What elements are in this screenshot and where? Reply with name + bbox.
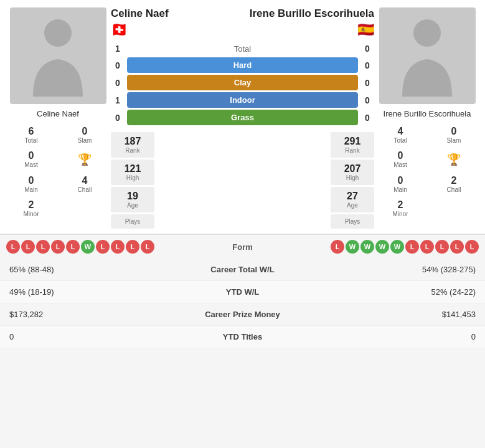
stats-right-value: $141,453: [315, 303, 485, 326]
right-high-box: 207 High: [331, 160, 374, 185]
right-age-lbl: Age: [338, 202, 367, 209]
left-chall-box: 4 Chall: [59, 173, 111, 196]
left-player-header: Celine Naef 🇨🇭: [111, 7, 169, 38]
stats-right-value: 54% (328-275): [315, 259, 485, 281]
left-rank-lbl: Rank: [118, 147, 147, 154]
stats-row: $173,282Career Prize Money$141,453: [0, 303, 485, 326]
left-total-box: 6 Total: [5, 123, 57, 146]
left-player-name: Celine Naef: [37, 109, 79, 118]
right-mast-label: Mast: [375, 161, 425, 168]
stats-center-label: YTD W/L: [170, 281, 316, 303]
stats-right-value: 0: [315, 326, 485, 348]
left-age-lbl: Age: [118, 202, 147, 209]
svg-point-1: [413, 19, 441, 47]
hard-button[interactable]: Hard: [127, 57, 358, 73]
form-badge: L: [21, 240, 35, 254]
right-chall-value: 2: [429, 175, 479, 186]
stats-right-value: 52% (24-22): [315, 281, 485, 303]
form-section: LLLLLWLLLL Form LWWWWLLLLL: [0, 234, 485, 259]
stats-left-value: 65% (88-48): [0, 259, 170, 281]
form-badge: L: [435, 240, 449, 254]
clay-button[interactable]: Clay: [127, 75, 358, 90]
grass-row: 0 Grass 0: [111, 110, 374, 125]
form-badge: L: [111, 240, 125, 254]
right-chall-box: 2 Chall: [428, 173, 480, 196]
left-player-block: Celine Naef 6 Total 0 Slam 0 Mast 🏆: [5, 7, 111, 229]
indoor-button[interactable]: Indoor: [127, 92, 358, 108]
right-hard-score: 0: [360, 60, 374, 70]
total-label: Total: [125, 44, 360, 54]
stats-left-value: 0: [0, 326, 170, 348]
right-info-boxes: 291 Rank 207 High 27 Age Plays: [331, 132, 374, 229]
stats-row: 65% (88-48)Career Total W/L54% (328-275): [0, 259, 485, 281]
svg-point-0: [44, 19, 72, 47]
right-mast-value: 0: [375, 150, 425, 161]
left-chall-label: Chall: [60, 186, 110, 193]
left-trophy-icon: 🏆: [78, 153, 92, 166]
left-indoor-score: 1: [111, 95, 125, 105]
stats-center-label: YTD Titles: [170, 326, 316, 348]
form-badge: L: [6, 240, 20, 254]
indoor-row: 1 Indoor 0: [111, 92, 374, 108]
left-grass-score: 0: [111, 113, 125, 123]
right-rank-val: 291: [338, 136, 367, 147]
left-age-box: 19 Age: [111, 187, 154, 212]
right-high-lbl: High: [338, 174, 367, 181]
left-total-label: Total: [6, 137, 56, 144]
right-player-stats: 4 Total 0 Slam 0 Mast 🏆 0 Main: [374, 123, 480, 220]
left-slam-box: 0 Slam: [59, 123, 111, 146]
left-clay-score: 0: [111, 78, 125, 88]
page-wrapper: Celine Naef 6 Total 0 Slam 0 Mast 🏆: [0, 0, 485, 348]
right-form-badges: LWWWWLLLLL: [331, 240, 479, 254]
left-info-boxes: 187 Rank 121 High 19 Age Plays: [111, 132, 154, 229]
right-total-box: 4 Total: [374, 123, 426, 146]
left-high-box: 121 High: [111, 160, 154, 185]
left-player-avatar: [10, 7, 106, 104]
right-high-val: 207: [338, 163, 367, 174]
form-badge: L: [465, 240, 479, 254]
left-high-val: 121: [118, 163, 147, 174]
left-form-badges: LLLLLWLLLL: [6, 240, 154, 254]
left-mast-box: 0 Mast: [5, 148, 57, 171]
form-label: Form: [232, 242, 253, 252]
form-badge: L: [450, 240, 464, 254]
grass-button[interactable]: Grass: [127, 110, 358, 125]
right-rank-box: 291 Rank: [331, 132, 374, 158]
left-plays-lbl: Plays: [118, 218, 147, 225]
clay-row: 0 Clay 0: [111, 75, 374, 90]
form-badge: L: [36, 240, 50, 254]
right-minor-box: 2 Minor: [374, 197, 426, 220]
right-slam-value: 0: [429, 126, 479, 137]
left-trophy-box: 🏆: [59, 148, 111, 171]
left-total-value: 6: [6, 126, 56, 137]
center-panel: Celine Naef 🇨🇭 Irene Burillo Escorihuela…: [111, 7, 374, 229]
stats-center-label: Career Prize Money: [170, 303, 316, 326]
left-minor-value: 2: [6, 199, 56, 211]
left-slam-label: Slam: [60, 137, 110, 144]
form-badge: L: [405, 240, 419, 254]
left-mast-label: Mast: [6, 161, 56, 168]
left-slam-value: 0: [60, 126, 110, 137]
stats-left-value: $173,282: [0, 303, 170, 326]
right-indoor-score: 0: [360, 95, 374, 105]
left-player-stats: 6 Total 0 Slam 0 Mast 🏆 0 Main: [5, 123, 111, 220]
right-trophy-box: 🏆: [428, 148, 480, 171]
form-badge: L: [141, 240, 154, 254]
right-main-box: 0 Main: [374, 173, 426, 196]
right-player-header: Irene Burillo Escorihuela 🇪🇸: [250, 7, 374, 38]
right-plays-lbl: Plays: [338, 218, 367, 225]
form-badge: L: [51, 240, 65, 254]
left-name-header: Celine Naef: [111, 7, 169, 20]
left-minor-box: 2 Minor: [5, 197, 57, 220]
right-total-value: 4: [375, 126, 425, 137]
right-age-val: 27: [338, 191, 367, 202]
right-total-score: 0: [360, 44, 374, 54]
left-rank-box: 187 Rank: [111, 132, 154, 158]
left-main-label: Main: [6, 186, 56, 193]
form-badge: W: [346, 240, 359, 254]
right-chall-label: Chall: [429, 186, 479, 193]
form-badge: W: [375, 240, 389, 254]
right-trophy-icon: 🏆: [447, 153, 461, 166]
right-main-label: Main: [375, 186, 425, 193]
right-slam-box: 0 Slam: [428, 123, 480, 146]
